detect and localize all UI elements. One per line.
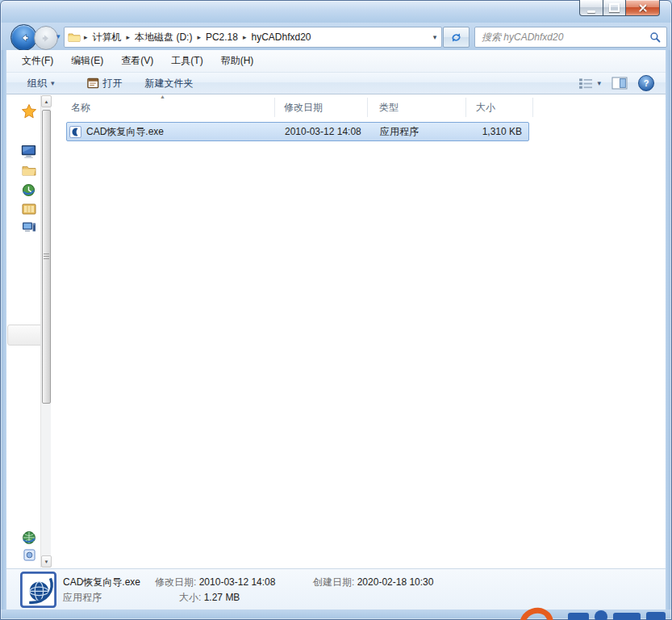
details-file-name: CAD恢复向导.exe [63,576,140,589]
breadcrumb-item-pc218[interactable]: PC2.18 [204,31,240,43]
navigation-scrollbar[interactable]: ▲ ▼ [40,95,51,568]
breadcrumb-chevron-icon: ▸ [81,33,91,41]
menu-bar: 文件(F) 编辑(E) 查看(V) 工具(T) 帮助(H) [6,50,666,73]
minimize-button[interactable] [579,0,603,16]
sort-ascending-icon: ▲ [160,94,165,99]
cad-recovery-app-large-icon [20,572,56,608]
address-bar[interactable]: ▸ 计算机 ▸ 本地磁盘 (D:) ▸ PC2.18 ▸ hyCADhfxd20… [64,27,442,48]
details-file-type: 应用程序 [63,591,102,605]
cad-recovery-app-icon [69,126,81,138]
column-header-type[interactable]: 类型 [379,101,399,115]
details-modified-value: 2010-03-12 14:08 [199,576,276,588]
explorer-window: { "navigation": { "breadcrumb": { "items… [0,0,672,620]
new-folder-button[interactable]: 新建文件夹 [140,74,198,93]
recent-pages-dropdown[interactable]: ▾ [56,32,61,40]
refresh-icon [450,31,462,44]
menu-tools[interactable]: 工具(T) [162,50,211,72]
file-list-area [6,94,666,568]
organize-button[interactable]: 组织 ▾ [23,74,60,93]
open-label: 打开 [103,77,123,90]
file-type: 应用程序 [380,125,419,139]
details-modified: 修改日期: 2010-03-12 14:08 [155,576,275,589]
scroll-down-button[interactable]: ▼ [41,555,52,568]
details-size-label: 大小: [179,592,201,603]
application-window-icon [87,78,99,90]
open-button[interactable]: 打开 [82,74,127,93]
scroll-up-button[interactable]: ▲ [41,95,52,107]
column-separator[interactable] [532,98,533,117]
close-icon [637,2,649,14]
title-bar[interactable] [0,0,672,23]
window-border-left [0,50,6,610]
network-icon[interactable] [22,530,36,545]
menu-view[interactable]: 查看(V) [112,50,162,72]
search-input[interactable] [475,30,647,44]
breadcrumb-item-computer[interactable]: 计算机 [91,31,123,44]
menu-edit[interactable]: 编辑(E) [62,50,112,72]
maximize-icon [609,3,620,12]
breadcrumb-item-drive-d[interactable]: 本地磁盘 (D:) [133,31,194,44]
column-separator[interactable] [367,98,368,117]
organize-label: 组织 [27,77,47,90]
forward-button[interactable] [34,26,58,50]
scrollbar-grip [44,253,49,260]
details-created-label: 创建日期: [313,576,354,588]
column-header-name[interactable]: 名称 [71,101,90,115]
details-pane: CAD恢复向导.exe 修改日期: 2010-03-12 14:08 创建日期:… [6,568,666,610]
breadcrumb-chevron-icon: ▸ [194,33,204,41]
libraries-icon[interactable] [22,203,36,216]
preview-pane-button[interactable] [611,77,628,90]
caption-buttons [579,0,660,16]
window-border-right [666,50,672,610]
help-button[interactable]: ? [638,75,654,91]
details-size-value: 1.27 MB [204,592,240,603]
desktop-icon[interactable] [21,145,36,158]
details-created: 创建日期: 2020-02-18 10:30 [313,576,433,589]
column-separator[interactable] [465,98,466,117]
column-separator[interactable] [274,98,275,117]
breadcrumb-chevron-icon: ▸ [123,33,134,41]
menu-file[interactable]: 文件(F) [13,50,62,72]
folder-icon [68,31,81,43]
favorites-star-icon[interactable] [21,103,37,119]
selected-tree-item[interactable] [7,325,43,346]
file-row-selected[interactable]: CAD恢复向导.exe 2010-03-12 14:08 应用程序 1,310 … [66,122,529,141]
menu-help[interactable]: 帮助(H) [212,50,263,72]
computer-icon[interactable] [22,220,36,234]
breadcrumb-chevron-icon: ▸ [240,33,250,41]
column-header-date-modified[interactable]: 修改日期 [284,101,323,115]
refresh-button[interactable] [443,27,470,48]
scrollbar-thumb[interactable] [42,110,51,404]
toolbar-right-group: ▾ ? [578,75,654,91]
back-arrow-icon [18,31,31,44]
watermark-blue-mark [568,613,589,620]
views-list-icon [578,78,594,90]
column-header-size[interactable]: 大小 [476,101,495,115]
maximize-button[interactable] [603,0,625,16]
control-panel-icon[interactable] [23,549,35,561]
change-view-button[interactable]: ▾ [578,78,601,90]
chevron-down-icon: ▾ [51,79,55,87]
watermark-blue-mark [646,612,666,620]
details-modified-label: 修改日期: [155,576,196,588]
chevron-down-icon: ▾ [597,79,601,87]
file-date-modified: 2010-03-12 14:08 [285,126,361,137]
file-name: CAD恢复向导.exe [86,125,164,139]
details-created-value: 2020-02-18 10:30 [357,576,434,588]
column-header-row: ▲ 名称 修改日期 类型 大小 [53,94,666,119]
minimize-icon [587,10,595,13]
scroll-down-icon: ▼ [44,559,49,564]
new-folder-label: 新建文件夹 [145,78,194,89]
downloads-folder-icon[interactable] [22,164,36,177]
address-dropdown-button[interactable]: ▾ [428,33,441,41]
scroll-up-icon: ▲ [44,99,49,104]
command-toolbar: 组织 ▾ 打开 新建文件夹 ▾ ? [6,73,666,94]
recent-places-icon[interactable] [22,183,35,197]
watermark-blue-mark [613,613,641,620]
close-button[interactable] [625,0,660,16]
breadcrumb-item-hycadhfxd20[interactable]: hyCADhfxd20 [249,31,312,43]
search-box [474,27,667,48]
forward-arrow-icon [40,32,52,44]
file-size: 1,310 KB [482,126,522,137]
search-icon[interactable] [647,31,663,44]
